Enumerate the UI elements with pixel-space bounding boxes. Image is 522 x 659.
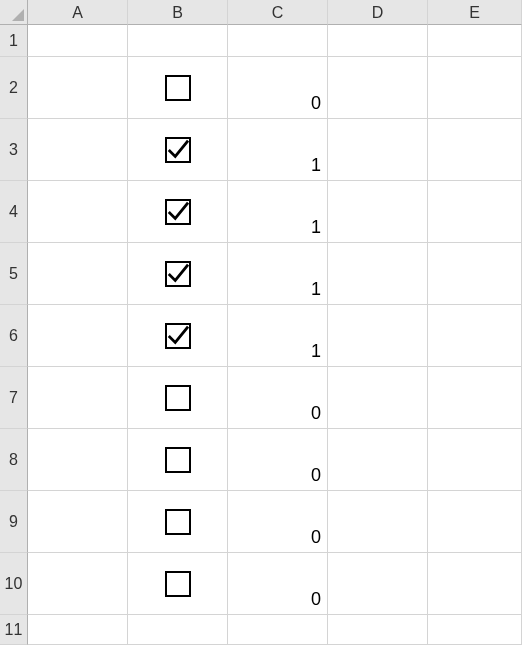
cell-b3[interactable] <box>128 119 228 181</box>
cell-d3[interactable] <box>328 119 428 181</box>
cell-a4[interactable] <box>28 181 128 243</box>
checkbox-b6[interactable] <box>165 323 191 349</box>
cell-e4[interactable] <box>428 181 522 243</box>
row-header-10[interactable]: 10 <box>0 553 28 615</box>
cell-c2[interactable]: 0 <box>228 57 328 119</box>
row-header-1[interactable]: 1 <box>0 25 28 57</box>
check-icon <box>167 325 189 347</box>
check-icon <box>167 201 189 223</box>
cell-b8[interactable] <box>128 429 228 491</box>
column-header-row: A B C D E <box>0 0 522 25</box>
cell-e9[interactable] <box>428 491 522 553</box>
row-header-9[interactable]: 9 <box>0 491 28 553</box>
cell-a1[interactable] <box>28 25 128 57</box>
cell-c10[interactable]: 0 <box>228 553 328 615</box>
checkbox-b3[interactable] <box>165 137 191 163</box>
cell-c1[interactable] <box>228 25 328 57</box>
row-1: 1 <box>0 25 522 57</box>
column-header-d[interactable]: D <box>328 0 428 25</box>
cell-c8[interactable]: 0 <box>228 429 328 491</box>
cell-a9[interactable] <box>28 491 128 553</box>
cell-c4[interactable]: 1 <box>228 181 328 243</box>
cell-e6[interactable] <box>428 305 522 367</box>
cell-e5[interactable] <box>428 243 522 305</box>
checkbox-b10[interactable] <box>165 571 191 597</box>
column-header-b[interactable]: B <box>128 0 228 25</box>
cell-b11[interactable] <box>128 615 228 645</box>
check-icon <box>167 263 189 285</box>
cell-c9[interactable]: 0 <box>228 491 328 553</box>
cell-e2[interactable] <box>428 57 522 119</box>
checkbox-b9[interactable] <box>165 509 191 535</box>
cell-e7[interactable] <box>428 367 522 429</box>
checkbox-b5[interactable] <box>165 261 191 287</box>
spreadsheet: A B C D E 1 2 0 3 1 4 <box>0 0 522 659</box>
cell-a6[interactable] <box>28 305 128 367</box>
row-11: 11 <box>0 615 522 645</box>
cell-b2[interactable] <box>128 57 228 119</box>
column-header-a[interactable]: A <box>28 0 128 25</box>
column-header-c[interactable]: C <box>228 0 328 25</box>
cell-b4[interactable] <box>128 181 228 243</box>
cell-c3[interactable]: 1 <box>228 119 328 181</box>
cell-d4[interactable] <box>328 181 428 243</box>
row-header-7[interactable]: 7 <box>0 367 28 429</box>
cell-d1[interactable] <box>328 25 428 57</box>
cell-c7[interactable]: 0 <box>228 367 328 429</box>
cell-a3[interactable] <box>28 119 128 181</box>
cell-a8[interactable] <box>28 429 128 491</box>
cell-b10[interactable] <box>128 553 228 615</box>
row-10: 10 0 <box>0 553 522 615</box>
checkbox-b4[interactable] <box>165 199 191 225</box>
select-all-corner[interactable] <box>0 0 28 25</box>
cell-b6[interactable] <box>128 305 228 367</box>
cell-d8[interactable] <box>328 429 428 491</box>
cell-e8[interactable] <box>428 429 522 491</box>
cell-b1[interactable] <box>128 25 228 57</box>
cell-a7[interactable] <box>28 367 128 429</box>
row-header-4[interactable]: 4 <box>0 181 28 243</box>
cell-e3[interactable] <box>428 119 522 181</box>
cell-d5[interactable] <box>328 243 428 305</box>
cell-a11[interactable] <box>28 615 128 645</box>
cell-b9[interactable] <box>128 491 228 553</box>
row-4: 4 1 <box>0 181 522 243</box>
cell-d9[interactable] <box>328 491 428 553</box>
cell-a2[interactable] <box>28 57 128 119</box>
cell-d2[interactable] <box>328 57 428 119</box>
row-header-11[interactable]: 11 <box>0 615 28 645</box>
cell-a10[interactable] <box>28 553 128 615</box>
row-header-8[interactable]: 8 <box>0 429 28 491</box>
cell-b5[interactable] <box>128 243 228 305</box>
row-header-3[interactable]: 3 <box>0 119 28 181</box>
row-header-6[interactable]: 6 <box>0 305 28 367</box>
cell-e11[interactable] <box>428 615 522 645</box>
cell-d11[interactable] <box>328 615 428 645</box>
row-8: 8 0 <box>0 429 522 491</box>
cell-c5[interactable]: 1 <box>228 243 328 305</box>
cell-a5[interactable] <box>28 243 128 305</box>
row-6: 6 1 <box>0 305 522 367</box>
cell-c6[interactable]: 1 <box>228 305 328 367</box>
checkbox-b2[interactable] <box>165 75 191 101</box>
row-header-2[interactable]: 2 <box>0 57 28 119</box>
cell-d10[interactable] <box>328 553 428 615</box>
checkbox-b8[interactable] <box>165 447 191 473</box>
cell-c11[interactable] <box>228 615 328 645</box>
row-5: 5 1 <box>0 243 522 305</box>
cell-d6[interactable] <box>328 305 428 367</box>
row-2: 2 0 <box>0 57 522 119</box>
cell-e10[interactable] <box>428 553 522 615</box>
row-7: 7 0 <box>0 367 522 429</box>
cell-d7[interactable] <box>328 367 428 429</box>
row-3: 3 1 <box>0 119 522 181</box>
column-header-e[interactable]: E <box>428 0 522 25</box>
check-icon <box>167 139 189 161</box>
row-header-5[interactable]: 5 <box>0 243 28 305</box>
cell-e1[interactable] <box>428 25 522 57</box>
cell-b7[interactable] <box>128 367 228 429</box>
checkbox-b7[interactable] <box>165 385 191 411</box>
row-9: 9 0 <box>0 491 522 553</box>
